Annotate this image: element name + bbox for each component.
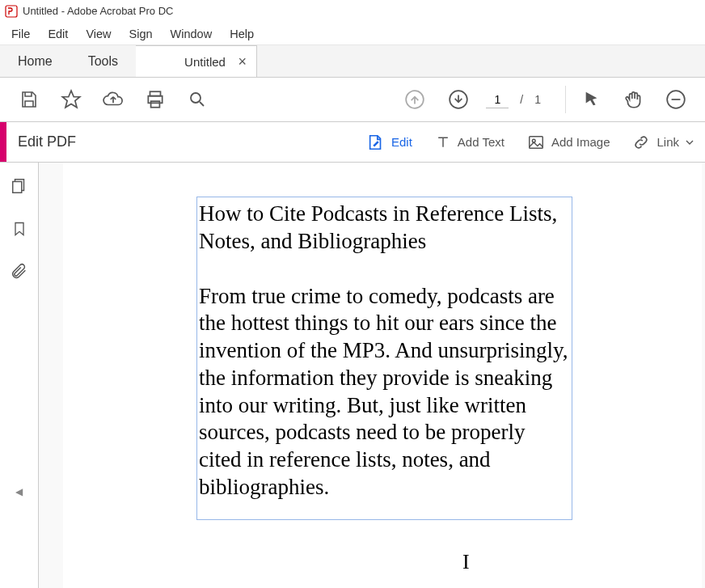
- add-text-action[interactable]: Add Text: [424, 129, 516, 155]
- document-heading[interactable]: How to Cite Podcasts in Reference Lists,…: [199, 201, 570, 256]
- app-icon: [5, 5, 18, 18]
- page-up-button[interactable]: [399, 83, 431, 116]
- menu-help[interactable]: Help: [222, 24, 262, 44]
- edit-pdf-title: Edit PDF: [6, 133, 76, 150]
- menu-edit[interactable]: Edit: [40, 24, 76, 44]
- save-button[interactable]: [13, 83, 45, 116]
- page-down-button[interactable]: [442, 83, 475, 116]
- link-action-label: Link: [656, 135, 679, 149]
- menu-view[interactable]: View: [78, 24, 119, 44]
- svg-rect-9: [530, 136, 543, 148]
- attachments-panel-button[interactable]: [11, 263, 28, 281]
- tab-tools-label: Tools: [88, 54, 118, 69]
- menubar: File Edit View Sign Window Help: [0, 23, 705, 45]
- tab-home-label: Home: [18, 54, 53, 69]
- text-cursor-icon: I: [462, 550, 470, 574]
- page-number-input[interactable]: [486, 91, 509, 108]
- titlebar: Untitled - Adobe Acrobat Pro DC: [0, 0, 705, 23]
- add-text-label: Add Text: [458, 135, 504, 149]
- edit-icon: [367, 133, 385, 151]
- selection-tool-button[interactable]: [576, 83, 608, 116]
- pdf-page: How to Cite Podcasts in Reference Lists,…: [63, 163, 702, 588]
- window-title: Untitled - Adobe Acrobat Pro DC: [23, 5, 173, 17]
- find-button[interactable]: [181, 83, 213, 116]
- document-body[interactable]: From true crime to comedy, podcasts are …: [199, 283, 570, 501]
- text-edit-frame[interactable]: How to Cite Podcasts in Reference Lists,…: [196, 197, 572, 520]
- zoom-out-button[interactable]: [660, 83, 692, 116]
- link-icon: [632, 133, 650, 151]
- tab-document[interactable]: Untitled ×: [136, 45, 257, 77]
- add-image-label: Add Image: [551, 135, 610, 149]
- edit-action-label: Edit: [391, 135, 412, 149]
- link-action[interactable]: Link: [621, 129, 705, 156]
- toolbar-separator: [565, 86, 566, 113]
- workspace: ◀ How to Cite Podcasts in Reference List…: [0, 163, 705, 588]
- tab-tools[interactable]: Tools: [70, 45, 136, 77]
- tab-home[interactable]: Home: [0, 45, 70, 77]
- thumbnails-panel-button[interactable]: [11, 177, 28, 195]
- svg-rect-4: [151, 101, 160, 108]
- page-total: 1: [534, 93, 541, 106]
- hand-tool-button[interactable]: [618, 83, 650, 116]
- print-button[interactable]: [139, 83, 171, 116]
- tab-document-label: Untitled: [184, 55, 226, 69]
- page-nav: / 1: [399, 83, 541, 116]
- tabrow: Home Tools Untitled ×: [0, 45, 705, 78]
- edit-action[interactable]: Edit: [356, 129, 424, 156]
- menu-window[interactable]: Window: [163, 24, 221, 44]
- image-icon: [527, 133, 545, 151]
- page-separator: /: [520, 93, 523, 106]
- bookmarks-panel-button[interactable]: [11, 219, 27, 239]
- chevron-down-icon: [686, 138, 694, 146]
- add-image-action[interactable]: Add Image: [516, 129, 622, 156]
- edit-pdf-bar: Edit PDF Edit Add Text Add Image Link: [0, 122, 705, 163]
- svg-point-5: [191, 93, 201, 103]
- svg-marker-1: [62, 91, 80, 108]
- document-area[interactable]: How to Cite Podcasts in Reference Lists,…: [39, 163, 705, 588]
- star-button[interactable]: [55, 83, 87, 116]
- svg-rect-12: [12, 182, 21, 193]
- left-rail: ◀: [0, 163, 39, 588]
- menu-sign[interactable]: Sign: [121, 24, 161, 44]
- menu-file[interactable]: File: [3, 24, 38, 44]
- collapse-rail-button[interactable]: ◀: [15, 486, 23, 497]
- text-icon: [435, 134, 451, 150]
- main-toolbar: / 1: [0, 78, 705, 122]
- tab-close-button[interactable]: ×: [238, 53, 247, 70]
- cloud-upload-button[interactable]: [97, 83, 129, 116]
- edit-pdf-accent: [0, 122, 6, 162]
